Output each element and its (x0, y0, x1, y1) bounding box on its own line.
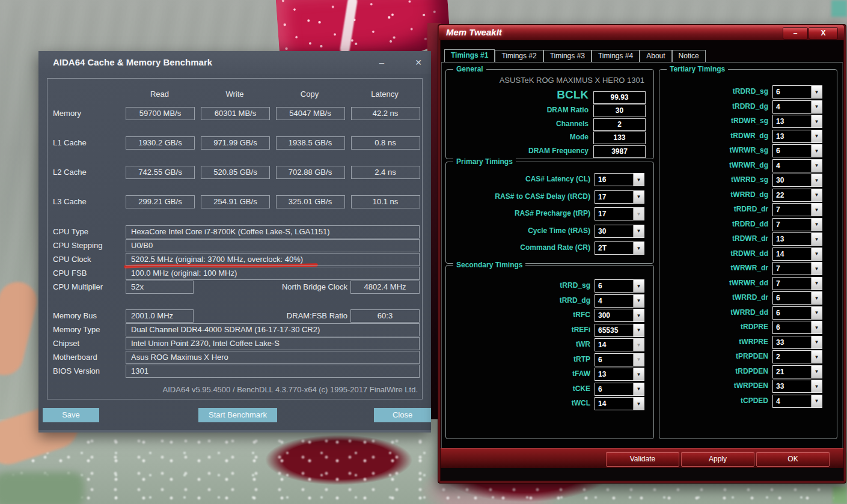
field-label: tRTP (446, 355, 590, 363)
combo-ras-to-cas-delay-trcd[interactable]: 17▼ (595, 190, 644, 204)
chevron-down-icon[interactable]: ▼ (811, 101, 822, 113)
combo-tprpden[interactable]: 2▼ (772, 350, 822, 363)
save-button[interactable]: Save (43, 408, 99, 422)
chevron-down-icon[interactable]: ▼ (811, 189, 822, 201)
chevron-down-icon[interactable]: ▼ (811, 233, 822, 245)
chevron-down-icon[interactable]: ▼ (811, 248, 822, 260)
chevron-down-icon[interactable]: ▼ (633, 191, 644, 203)
chevron-down-icon[interactable]: ▼ (633, 242, 644, 254)
tab-timings-4[interactable]: Timings #4 (592, 50, 640, 62)
combo-tcke[interactable]: 6▼ (595, 383, 644, 396)
chevron-down-icon[interactable]: ▼ (633, 309, 644, 321)
timing-value: 6 (773, 145, 811, 157)
combo-trdwr-sg[interactable]: 13▼ (772, 115, 822, 128)
combo-trdwr-dg[interactable]: 13▼ (772, 130, 822, 143)
ok-button[interactable]: OK (756, 452, 830, 467)
validate-button[interactable]: Validate (606, 452, 679, 467)
chevron-down-icon[interactable]: ▼ (811, 366, 822, 378)
combo-twrpden[interactable]: 33▼ (772, 380, 822, 393)
close-button[interactable]: Close (374, 408, 431, 422)
combo-twrrd-dg[interactable]: 22▼ (772, 189, 822, 202)
combo-trrd-sg[interactable]: 6▼ (595, 279, 644, 293)
minimize-button[interactable]: – (373, 56, 391, 68)
combo-twrrd-sg[interactable]: 30▼ (772, 174, 822, 187)
chevron-down-icon[interactable]: ▼ (811, 380, 822, 392)
tab-notice[interactable]: Notice (672, 50, 706, 62)
combo-trdwr-dr[interactable]: 13▼ (772, 232, 822, 246)
chevron-down-icon[interactable]: ▼ (811, 115, 822, 127)
combo-twrpre[interactable]: 33▼ (772, 336, 822, 349)
chevron-down-icon[interactable]: ▼ (633, 174, 644, 186)
row-label: Memory (53, 109, 81, 118)
combo-twrrd-dd[interactable]: 6▼ (772, 306, 822, 320)
combo-trdpre[interactable]: 6▼ (772, 321, 822, 334)
tab-timings-1[interactable]: Timings #1 (444, 49, 495, 62)
chevron-down-icon[interactable]: ▼ (811, 351, 822, 363)
minimize-button[interactable]: – (783, 27, 808, 40)
field-label: tRDWR_dd (659, 249, 768, 258)
combo-twrwr-dg[interactable]: 4▼ (772, 159, 822, 172)
chevron-down-icon[interactable]: ▼ (633, 324, 644, 336)
chevron-down-icon[interactable]: ▼ (633, 208, 644, 220)
apply-button[interactable]: Apply (681, 452, 754, 467)
combo-cas-latency-cl[interactable]: 16▼ (595, 173, 644, 186)
combo-trrd-dg[interactable]: 4▼ (595, 294, 644, 308)
chevron-down-icon[interactable]: ▼ (633, 368, 644, 380)
chevron-down-icon[interactable]: ▼ (811, 86, 822, 98)
combo-twrwr-dd[interactable]: 7▼ (772, 277, 822, 290)
chevron-down-icon[interactable]: ▼ (811, 204, 822, 216)
combo-trdrd-dd[interactable]: 7▼ (772, 218, 822, 231)
combo-twrwr-sg[interactable]: 6▼ (772, 144, 822, 157)
combo-trdwr-dd[interactable]: 14▼ (772, 247, 822, 261)
chevron-down-icon[interactable]: ▼ (811, 307, 822, 319)
combo-trdrd-dr[interactable]: 7▼ (772, 203, 822, 216)
chevron-down-icon[interactable]: ▼ (811, 263, 822, 275)
secondary-timings-group: Secondary Timings tRRD_sg6▼tRRD_dg4▼tRFC… (445, 265, 654, 439)
combo-tcpded[interactable]: 4▼ (772, 395, 822, 408)
combo-trdrd-dg[interactable]: 4▼ (772, 100, 822, 114)
chevron-down-icon[interactable]: ▼ (811, 278, 822, 290)
combo-twrwr-dr[interactable]: 7▼ (772, 262, 822, 275)
close-icon[interactable]: ✕ (409, 56, 427, 68)
tab-timings-3[interactable]: Timings #3 (543, 50, 592, 62)
bench-value: 42.2 ns (351, 107, 420, 120)
combo-ras-precharge-trp[interactable]: 17▼ (595, 207, 644, 220)
chevron-down-icon[interactable]: ▼ (811, 292, 822, 304)
combo-command-rate-cr[interactable]: 2T▼ (595, 241, 644, 255)
chevron-down-icon[interactable]: ▼ (811, 219, 822, 231)
combo-twrrd-dr[interactable]: 6▼ (772, 291, 822, 305)
combo-twcl[interactable]: 14▼ (595, 397, 644, 410)
combo-twr[interactable]: 14▼ (595, 338, 644, 351)
chevron-down-icon[interactable]: ▼ (633, 398, 644, 410)
mem-tweakit-titlebar[interactable]: Mem TweakIt – X (439, 25, 844, 40)
combo-tfaw[interactable]: 13▼ (595, 368, 644, 381)
combo-trefi[interactable]: 65535▼ (595, 324, 644, 337)
field-label: Mode (446, 133, 589, 141)
combo-trtp[interactable]: 6▼ (595, 353, 644, 366)
start-benchmark-button[interactable]: Start Benchmark (198, 408, 277, 422)
combo-trdpden[interactable]: 21▼ (772, 365, 822, 378)
close-icon[interactable]: X (809, 27, 838, 40)
chevron-down-icon[interactable]: ▼ (633, 354, 644, 366)
combo-trfc[interactable]: 300▼ (595, 309, 644, 322)
combo-trdrd-sg[interactable]: 6▼ (772, 85, 822, 99)
row-label: Chipset (53, 339, 79, 348)
combo-cycle-time-tras[interactable]: 30▼ (595, 225, 644, 238)
tab-timings-2[interactable]: Timings #2 (495, 50, 543, 62)
chevron-down-icon[interactable]: ▼ (811, 395, 822, 407)
chevron-down-icon[interactable]: ▼ (811, 321, 822, 333)
chevron-down-icon[interactable]: ▼ (633, 295, 644, 307)
chevron-down-icon[interactable]: ▼ (811, 145, 822, 157)
chevron-down-icon[interactable]: ▼ (633, 280, 644, 292)
timing-value: 33 (773, 336, 811, 348)
chevron-down-icon[interactable]: ▼ (811, 174, 822, 186)
aida64-titlebar[interactable]: AIDA64 Cache & Memory Benchmark – ✕ (38, 51, 431, 74)
chevron-down-icon[interactable]: ▼ (811, 160, 822, 172)
chevron-down-icon[interactable]: ▼ (633, 383, 644, 395)
chevron-down-icon[interactable]: ▼ (633, 225, 644, 237)
chevron-down-icon[interactable]: ▼ (811, 130, 822, 142)
chevron-down-icon[interactable]: ▼ (811, 336, 822, 348)
chevron-down-icon[interactable]: ▼ (633, 339, 644, 351)
tab-about[interactable]: About (640, 50, 671, 62)
field-label: CAS# Latency (CL) (446, 175, 590, 183)
